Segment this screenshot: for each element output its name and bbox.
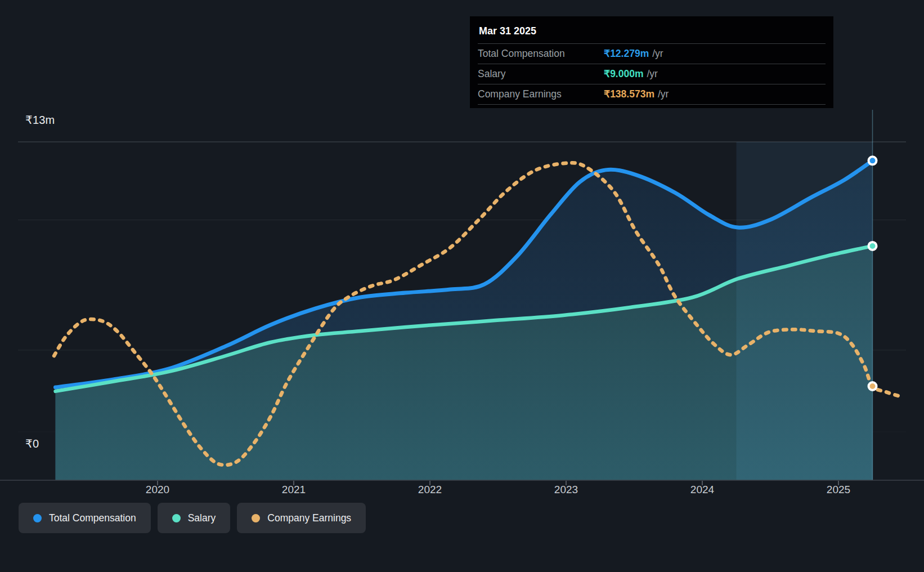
- x-axis-label-2025: 2025: [815, 484, 862, 496]
- compensation-chart-page: { "tooltip": { "date": "Mar 31 2025", "r…: [0, 0, 924, 572]
- tooltip-label: Salary: [478, 68, 604, 80]
- legend-item-total-compensation[interactable]: Total Compensation: [19, 503, 151, 533]
- tooltip-value: ₹138.573m: [604, 88, 654, 100]
- y-axis-zero-label: ₹0: [25, 437, 39, 450]
- x-axis-label-2020: 2020: [134, 484, 181, 496]
- tooltip-row-salary: Salary ₹9.000m /yr: [478, 64, 826, 84]
- hover-tooltip: Mar 31 2025 Total Compensation ₹12.279m …: [470, 16, 833, 108]
- legend-label: Salary: [188, 512, 216, 524]
- tooltip-value: ₹9.000m: [604, 68, 644, 80]
- tooltip-date: Mar 31 2025: [478, 21, 826, 44]
- tooltip-unit: /yr: [658, 88, 669, 100]
- legend-label: Total Compensation: [49, 512, 136, 524]
- tooltip-unit: /yr: [652, 48, 663, 60]
- y-axis-top-label: ₹13m: [25, 113, 55, 127]
- tooltip-label: Total Compensation: [478, 48, 604, 60]
- tooltip-unit: /yr: [647, 68, 658, 80]
- company-earnings-dot-icon: [252, 514, 260, 522]
- chart-legend: Total Compensation Salary Company Earnin…: [19, 503, 366, 533]
- x-axis-label-2023: 2023: [542, 484, 590, 496]
- legend-item-salary[interactable]: Salary: [158, 503, 231, 533]
- x-axis-label-2022: 2022: [406, 484, 454, 496]
- x-axis-label-2024: 2024: [679, 484, 726, 496]
- tooltip-value: ₹12.279m: [604, 48, 649, 60]
- legend-label: Company Earnings: [267, 512, 351, 524]
- tooltip-row-total-compensation: Total Compensation ₹12.279m /yr: [478, 44, 826, 64]
- tooltip-row-company-earnings: Company Earnings ₹138.573m /yr: [478, 84, 826, 105]
- tooltip-label: Company Earnings: [478, 88, 604, 100]
- salary-dot-icon: [172, 514, 181, 522]
- x-axis-label-2021: 2021: [270, 484, 317, 496]
- total-compensation-dot-icon: [33, 514, 42, 522]
- legend-item-company-earnings[interactable]: Company Earnings: [237, 503, 366, 533]
